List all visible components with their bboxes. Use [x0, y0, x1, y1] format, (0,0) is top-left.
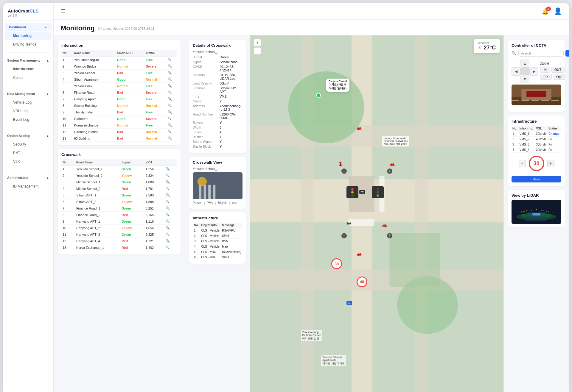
infrastructure-detail-card: Infrastructure No. Object info. Message … — [189, 212, 246, 264]
row-search-icon[interactable]: 🔍 — [167, 122, 177, 129]
sidebar-item-id-management[interactable]: ID Management — [5, 182, 52, 190]
sidebar-item-event-log[interactable]: Event Log — [5, 115, 52, 124]
crosswalk-title: Crosswalk — [61, 152, 177, 157]
row-search-icon[interactable]: 🔍 — [167, 115, 177, 122]
svg-rect-17 — [512, 100, 519, 101]
col-no: No. — [61, 50, 73, 57]
detail-value: 4 — [220, 130, 221, 134]
table-row: 12 Daebang Station Bad Normal 🔍 — [61, 129, 177, 135]
lidar-title: View by LiDAR — [512, 193, 561, 198]
row-search-icon[interactable]: 🔍 — [164, 205, 177, 212]
nav-group-admin[interactable]: Administrator ▲ — [3, 174, 53, 182]
row-no: 7 — [61, 205, 75, 212]
nav-group-option[interactable]: Option Setting ▲ — [3, 132, 53, 140]
zoom-out-button[interactable]: − — [254, 47, 261, 54]
row-search-icon[interactable]: 🔍 — [164, 166, 177, 172]
nav-group-dashboard[interactable]: Dashboard ▲ — [5, 23, 52, 31]
row-search-icon[interactable]: 🔍 — [164, 172, 177, 179]
zoom-out-button[interactable]: OUT — [551, 67, 565, 73]
crosswalk-view-title: Crosswalk View — [193, 160, 243, 165]
row-search-icon[interactable]: 🔍 — [167, 89, 177, 96]
map-car-6: 🚗 — [357, 251, 362, 256]
sidebar-item-infrastructure[interactable]: Infrastructure — [5, 65, 52, 73]
row-search-icon[interactable]: 🔍 — [164, 244, 177, 251]
fix-button[interactable]: FIX — [540, 74, 552, 80]
sidebar-item-pnt[interactable]: PNT — [5, 149, 52, 157]
row-rsu: Normal — [116, 63, 144, 70]
row-search-icon[interactable]: 🔍 — [167, 102, 177, 109]
user-account-button[interactable]: 👤 — [554, 7, 562, 15]
menu-icon[interactable]: ☰ — [61, 8, 66, 15]
nav-group-system[interactable]: System Management ▲ — [3, 56, 53, 65]
save-button[interactable]: Save — [512, 176, 561, 182]
map-car-2: 🚗 — [390, 161, 395, 166]
cctv-center-button[interactable] — [520, 67, 529, 76]
row-search-icon[interactable]: 🔍 — [167, 76, 177, 83]
row-search-icon[interactable]: 🔍 — [167, 70, 177, 76]
sidebar-item-v2x[interactable]: V2X — [5, 157, 52, 166]
opt-button[interactable]: Opt — [553, 74, 565, 80]
cctv-search-input[interactable] — [518, 50, 564, 57]
cctv-down-button[interactable]: ▼ — [520, 75, 529, 83]
crosswalk-view-subtitle: Yeouido School_1 — [193, 167, 243, 171]
cctv-right-button[interactable]: ▶ — [529, 67, 538, 76]
row-search-icon[interactable]: 🔍 — [167, 129, 177, 135]
row-obj: CLS↔VRU — [200, 249, 221, 255]
weather-label: Weather — [478, 41, 496, 45]
cctv-up-button[interactable]: ▲ — [520, 60, 529, 68]
row-no: 11 — [61, 122, 73, 129]
row-search-icon[interactable]: 🔍 — [164, 199, 177, 205]
speed-increase-button[interactable]: + — [547, 160, 554, 167]
row-search-icon[interactable]: 🔍 — [164, 185, 177, 192]
row-road-name: Yeouido School_2 — [75, 172, 120, 179]
row-search-icon[interactable]: 🔍 — [164, 179, 177, 185]
row-search-icon[interactable]: 🔍 — [167, 96, 177, 102]
cctv-search-button[interactable]: Search — [565, 50, 569, 57]
row-search-icon[interactable]: 🔍 — [167, 57, 177, 63]
row-obj: CLS↔Vehicle — [200, 239, 221, 244]
row-rsu: Bad — [116, 89, 144, 96]
detail-field-row: AddressYeouidaebang-ro 12-3 — [193, 104, 243, 111]
sidebar-item-vehicle-log[interactable]: Vehicle Log — [5, 98, 52, 107]
row-search-icon[interactable]: 🔍 — [167, 109, 177, 115]
table-row: 7 Finance Road_1 Green 3,251 🔍 — [61, 205, 177, 212]
intersection-title: Intersection — [61, 43, 177, 48]
sidebar-item-center[interactable]: Center — [5, 74, 52, 82]
row-no: 3 — [193, 239, 200, 244]
zoom-in-button[interactable]: + — [254, 39, 261, 46]
row-search-icon[interactable]: 🔍 — [164, 231, 177, 238]
sidebar-item-driving-trends[interactable]: Driving Trends — [5, 40, 52, 49]
sidebar-item-monitoring[interactable]: Monitoring — [5, 32, 52, 40]
row-vru: 1,656 — [144, 225, 165, 231]
row-road-name: Korea Exchange_1 — [75, 244, 120, 251]
page-title: Monitoring — [61, 24, 95, 32]
detail-label: Facilities — [193, 86, 220, 93]
row-search-icon[interactable]: 🔍 — [164, 218, 177, 225]
row-road-name: Daebang Station — [73, 129, 116, 135]
notification-button[interactable]: 🔔 2 — [542, 8, 549, 15]
sidebar-item-security[interactable]: Security — [5, 140, 52, 149]
lidar-card: View by LiDAR — [508, 190, 565, 227]
cctv-infra-title: Infrastructure — [512, 119, 561, 124]
row-search-icon[interactable]: 🔍 — [164, 212, 177, 218]
row-search-icon[interactable]: 🔍 — [167, 83, 177, 89]
detail-field-row: InfraVMS — [193, 95, 243, 98]
speed-decrease-button[interactable]: − — [519, 160, 526, 167]
table-row: 9 Hanyang APT_1 Green 1,116 🔍 — [61, 218, 177, 225]
row-search-icon[interactable]: 🔍 — [164, 225, 177, 231]
row-search-icon[interactable]: 🔍 — [167, 135, 177, 142]
row-search-icon[interactable]: 🔍 — [164, 192, 177, 199]
row-no: 9 — [61, 109, 73, 115]
cctv-left-button[interactable]: ◀ — [512, 67, 520, 76]
cctv-title: Controller of CCTV — [512, 43, 561, 48]
row-search-icon[interactable]: 🔍 — [167, 63, 177, 70]
sidebar-item-vru-log[interactable]: VRU Log — [5, 107, 52, 115]
nav-group-data[interactable]: Data Management ▲ — [3, 90, 53, 98]
row-search-icon[interactable]: 🔍 — [164, 238, 177, 244]
detail-card: Details of Crosswalk Yeouido School_1 Si… — [189, 40, 246, 153]
row-signal: Red — [120, 244, 144, 251]
zoom-in-button[interactable]: IN — [540, 67, 550, 73]
svg-rect-3 — [250, 125, 503, 147]
map-bus-icon: 🚌 — [346, 301, 352, 305]
row-signal: Red — [120, 212, 144, 218]
